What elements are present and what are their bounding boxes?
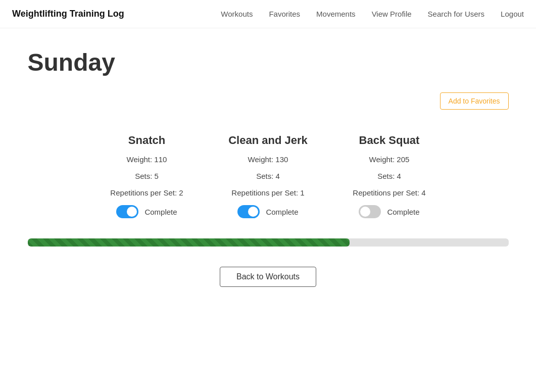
add-to-favorites-button[interactable]: Add to Favorites (440, 92, 509, 110)
toggle-label-clean-jerk: Complete (266, 208, 298, 216)
progress-bar-fill (28, 238, 350, 247)
exercise-card-snatch: Snatch Weight: 110 Sets: 5 Repetitions p… (107, 134, 187, 218)
exercise-card-back-squat: Back Squat Weight: 205 Sets: 4 Repetitio… (349, 134, 430, 218)
exercise-weight-snatch: Weight: 110 (127, 155, 167, 164)
nav-links: Workouts Favorites Movements View Profil… (221, 10, 524, 18)
toggle-slider-back-squat (359, 205, 381, 218)
nav-view-profile[interactable]: View Profile (372, 10, 412, 18)
toggle-back-squat[interactable] (359, 205, 381, 218)
exercise-reps-back-squat: Repetitions per Set: 4 (353, 188, 425, 197)
brand-logo[interactable]: Weightlifting Training Log (12, 9, 124, 19)
exercise-reps-snatch: Repetitions per Set: 2 (110, 188, 183, 197)
toggle-snatch[interactable] (116, 205, 138, 218)
page-title: Sunday (28, 48, 509, 76)
nav-logout[interactable]: Logout (501, 10, 524, 18)
toggle-row-snatch: Complete (116, 205, 177, 218)
nav-workouts[interactable]: Workouts (221, 10, 253, 18)
nav-search-users[interactable]: Search for Users (428, 10, 485, 18)
exercise-name-clean-jerk: Clean and Jerk (228, 134, 308, 147)
toggle-label-snatch: Complete (144, 208, 177, 216)
toggle-slider-clean-jerk (237, 205, 260, 218)
exercise-name-snatch: Snatch (128, 134, 165, 147)
toggle-clean-jerk[interactable] (237, 205, 260, 218)
toggle-slider-snatch (116, 205, 138, 218)
back-button-container: Back to Workouts (28, 267, 509, 287)
exercises-grid: Snatch Weight: 110 Sets: 5 Repetitions p… (28, 134, 509, 218)
nav-movements[interactable]: Movements (316, 10, 356, 18)
progress-bar-container (28, 238, 509, 247)
toggle-label-back-squat: Complete (387, 208, 419, 216)
main-content: Sunday Add to Favorites Snatch Weight: 1… (16, 28, 521, 307)
toggle-row-clean-jerk: Complete (237, 205, 298, 218)
exercise-sets-clean-jerk: Sets: 4 (256, 172, 280, 180)
exercise-card-clean-jerk: Clean and Jerk Weight: 130 Sets: 4 Repet… (228, 134, 309, 218)
nav-favorites[interactable]: Favorites (269, 10, 300, 18)
exercise-sets-snatch: Sets: 5 (135, 172, 159, 180)
exercise-name-back-squat: Back Squat (359, 134, 420, 147)
back-to-workouts-button[interactable]: Back to Workouts (220, 267, 316, 287)
toggle-row-back-squat: Complete (359, 205, 419, 218)
navbar: Weightlifting Training Log Workouts Favo… (0, 0, 536, 28)
exercise-weight-back-squat: Weight: 205 (369, 155, 410, 164)
exercise-reps-clean-jerk: Repetitions per Set: 1 (231, 188, 304, 197)
exercise-weight-clean-jerk: Weight: 130 (248, 155, 288, 164)
exercise-sets-back-squat: Sets: 4 (377, 172, 401, 180)
